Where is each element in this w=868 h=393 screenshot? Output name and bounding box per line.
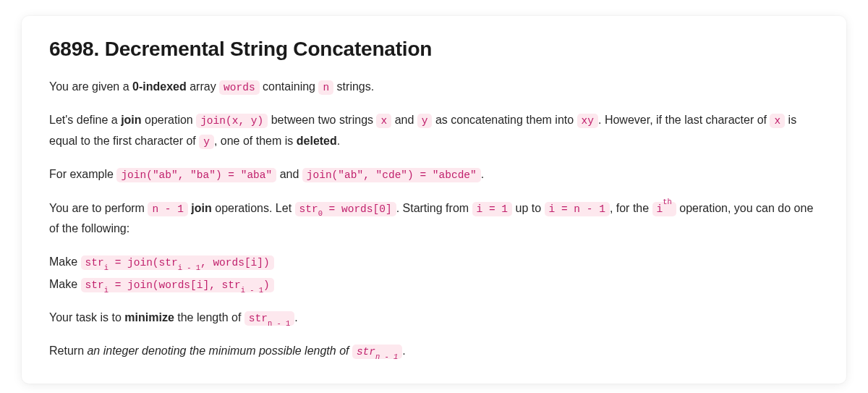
text: Make (49, 255, 81, 268)
italic-text: an integer denoting the minimum possible… (87, 345, 402, 357)
text: Let's define a (49, 114, 121, 126)
text: . (481, 168, 484, 180)
bold-text: join (191, 202, 211, 214)
code-x: x (770, 114, 785, 128)
code-str-n-1: strn - 1 (244, 311, 294, 326)
bold-text: join (121, 114, 141, 126)
problem-card: 6898. Decremental String Concatenation Y… (22, 16, 846, 384)
text: You are to perform (49, 202, 148, 214)
text: array (187, 80, 219, 93)
code-str-n-1: strn - 1 (352, 345, 402, 359)
code-i-eq-n-1: i = n - 1 (545, 202, 610, 216)
text: . Starting from (396, 202, 472, 214)
text: containing (260, 80, 319, 93)
code-option-b: stri = join(words[i], stri - 1) (81, 278, 274, 292)
bold-text: 0-indexed (132, 80, 187, 93)
text: operations. Let (212, 202, 295, 214)
code-y: y (417, 114, 433, 128)
text: up to (512, 202, 544, 214)
code-example1: join("ab", "ba") = "aba" (116, 168, 276, 182)
code-words: words (219, 80, 260, 95)
text: as concatenating them into (432, 114, 576, 126)
code-example2: join("ab", "cde") = "abcde" (302, 168, 481, 182)
bold-text: deleted (297, 135, 337, 147)
text: Make (49, 278, 81, 290)
text: and (276, 168, 302, 180)
text: You are given a (49, 80, 132, 93)
code-x: x (376, 114, 391, 128)
code-join: join(x, y) (196, 114, 268, 128)
text: For example (49, 168, 116, 180)
text: operation (142, 114, 197, 126)
text: and (391, 114, 417, 126)
code-n: n (318, 80, 333, 95)
paragraph-return: Return an integer denoting the minimum p… (49, 341, 819, 361)
text: strings. (333, 80, 374, 93)
code-ith: ith (652, 202, 676, 216)
text: , for the (610, 202, 652, 214)
text: . However, if the last character of (598, 114, 770, 126)
code-option-a: stri = join(stri - 1, words[i]) (81, 255, 274, 270)
text: Return (49, 345, 87, 357)
code-n-minus-1: n - 1 (148, 202, 188, 216)
text: Your task is to (49, 311, 124, 324)
code-i-eq-1: i = 1 (472, 202, 513, 216)
text: . (294, 311, 297, 324)
text: . (337, 135, 340, 147)
code-str0: str0 = words[0] (295, 202, 396, 216)
paragraph-task: Your task is to minimize the length of s… (49, 308, 819, 328)
code-y: y (199, 135, 214, 149)
bold-text: minimize (124, 311, 174, 324)
paragraph-operations: You are to perform n - 1 join operations… (49, 198, 819, 239)
text: the length of (174, 311, 244, 324)
paragraph-intro: You are given a 0-indexed array words co… (49, 77, 819, 97)
text: between two strings (268, 114, 376, 126)
problem-title: 6898. Decremental String Concatenation (49, 38, 819, 61)
paragraph-option-a: Make stri = join(stri - 1, words[i]) (49, 252, 819, 273)
text: , one of them is (214, 135, 297, 147)
paragraph-join-def: Let's define a join operation join(x, y)… (49, 110, 819, 151)
text: . (402, 345, 405, 357)
paragraph-option-b: Make stri = join(words[i], stri - 1) (49, 274, 819, 295)
paragraph-example: For example join("ab", "ba") = "aba" and… (49, 164, 819, 185)
code-xy: xy (577, 114, 598, 128)
